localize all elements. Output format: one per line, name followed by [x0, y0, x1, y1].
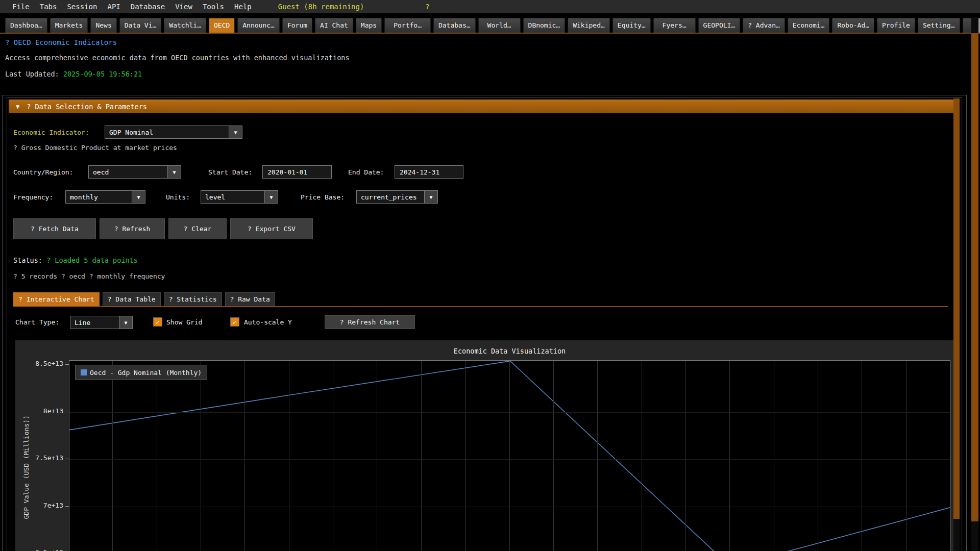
price-base-label: Price Base:	[301, 190, 345, 204]
chart-legend: Oecd - Gdp Nominal (Monthly)	[75, 365, 207, 380]
y-tick-label: 7.5e+13	[18, 454, 63, 462]
view-tab-raw-data[interactable]: ? Raw Data	[225, 292, 275, 306]
tab-robo-ad[interactable]: Robo-Ad…	[832, 18, 874, 33]
menu-item-file[interactable]: File	[7, 3, 35, 11]
last-updated: Last Updated: 2025-09-05 19:56:21	[5, 70, 142, 78]
tab-forum[interactable]: Forum	[282, 18, 312, 33]
menu-item-view[interactable]: View	[170, 3, 198, 11]
price-base-dropdown[interactable]: current_prices ▼	[356, 190, 438, 204]
tab-profile[interactable]: Profile	[877, 18, 915, 33]
page-subtitle: Access comprehensive economic data from …	[5, 54, 350, 62]
indicator-dropdown[interactable]: GDP Nominal ▼	[105, 126, 242, 139]
page-scrollbar-track[interactable]	[971, 17, 978, 551]
tab-maps[interactable]: Maps	[356, 18, 382, 33]
refresh-button[interactable]: ? Refresh	[100, 218, 165, 239]
chart-controls-row: Chart Type: Line ▼ ✓ Show Grid ✓ Auto-sc…	[13, 315, 473, 329]
chevron-down-icon[interactable]: ▼	[132, 191, 145, 203]
tab-ai-chat[interactable]: AI Chat	[315, 18, 353, 33]
gridline-horizontal	[69, 507, 950, 507]
y-tick-mark	[65, 506, 69, 507]
gridline-vertical	[157, 361, 157, 551]
gridline-vertical	[289, 361, 289, 551]
tab-databas[interactable]: Databas…	[433, 18, 476, 33]
menu-item-tools[interactable]: Tools	[198, 3, 229, 11]
tab-dashboa[interactable]: Dashboa…	[5, 18, 47, 33]
tab-equity[interactable]: Equity…	[612, 18, 651, 33]
tab-setting[interactable]: Setting…	[918, 18, 960, 33]
frequency-dropdown[interactable]: monthly ▼	[65, 190, 145, 204]
indicator-row: Economic Indicator: GDP Nominal ▼	[7, 126, 951, 139]
frequency-row: Frequency: monthly ▼ Units: level ▼ Pric…	[7, 190, 951, 204]
tab-advan[interactable]: ? Advan…	[743, 18, 785, 33]
gridline-vertical	[862, 361, 862, 551]
tab-news[interactable]: News	[90, 18, 116, 33]
chevron-down-icon[interactable]: ▼	[424, 191, 437, 203]
menu-help-icon[interactable]: ?	[425, 3, 429, 11]
tab-economi[interactable]: Economi…	[788, 18, 830, 33]
tab-oecd[interactable]: OECD	[209, 18, 235, 33]
chevron-down-icon[interactable]: ▼	[119, 316, 132, 329]
end-date-input[interactable]: 2024-12-31	[395, 165, 463, 179]
menu-item-help[interactable]: Help	[229, 3, 257, 11]
status-meta-line: ? 5 records ? oecd ? monthly frequency	[13, 272, 165, 280]
menu-bar: FileTabsSessionAPIDatabaseViewToolsHelp …	[0, 0, 980, 13]
export-csv-button[interactable]: ? Export CSV	[230, 218, 313, 239]
tab-fyers[interactable]: Fyers…	[653, 18, 696, 33]
frequency-label: Frequency:	[13, 190, 53, 204]
indicator-label: Economic Indicator:	[13, 126, 89, 139]
collapse-triangle-icon[interactable]: ▼	[16, 103, 19, 110]
tab-announc[interactable]: Announc…	[237, 18, 280, 33]
page-title: ? OECD Economic Indicators	[5, 38, 117, 46]
tab-world[interactable]: World…	[478, 18, 521, 33]
last-updated-label: Last Updated:	[5, 70, 63, 78]
units-dropdown[interactable]: level ▼	[201, 190, 278, 204]
guest-session-label: Guest (8h remaining)	[278, 3, 364, 11]
country-dropdown[interactable]: oecd ▼	[88, 165, 181, 179]
chart-type-label: Chart Type:	[15, 315, 59, 329]
chevron-down-icon[interactable]: ▼	[229, 126, 242, 138]
menu-item-database[interactable]: Database	[126, 3, 170, 11]
menu-item-tabs[interactable]: Tabs	[35, 3, 62, 11]
gridline-vertical	[642, 361, 642, 551]
chart-title: Economic Data Visualization	[69, 347, 950, 355]
autoscale-y-checkbox[interactable]: ✓	[230, 317, 239, 327]
gridline-vertical	[597, 361, 598, 551]
chevron-down-icon[interactable]: ▼	[167, 166, 181, 178]
panel-scrollbar-thumb[interactable]	[953, 98, 960, 519]
chevron-down-icon[interactable]: ▼	[264, 191, 278, 203]
y-tick-label: 8e+13	[18, 407, 63, 415]
tab-dbnomic[interactable]: DBnomic…	[523, 18, 566, 33]
menu-item-api[interactable]: API	[102, 3, 125, 11]
panel-scrollbar-track[interactable]	[953, 98, 960, 551]
tab-geopoli[interactable]: GEOPOLI…	[698, 18, 741, 33]
legend-series-name: Oecd - Gdp Nominal (Monthly)	[90, 369, 202, 377]
menu-items: FileTabsSessionAPIDatabaseViewToolsHelp	[7, 3, 257, 11]
view-tab-interactive-chart[interactable]: ? Interactive Chart	[13, 292, 100, 306]
line-series-svg	[69, 361, 950, 551]
tab-watchli[interactable]: Watchli…	[164, 18, 206, 33]
status-line: Status: ? Loaded 5 data points	[13, 256, 138, 264]
gridline-horizontal	[69, 412, 950, 413]
clear-button[interactable]: ? Clear	[168, 218, 227, 239]
gridline-vertical	[774, 361, 774, 551]
gridline-vertical	[509, 361, 510, 551]
oecd-panel-frame: ▼ ? Data Selection & Parameters Economic…	[7, 97, 962, 551]
units-dropdown-value: level	[201, 191, 264, 203]
tab-data-vi[interactable]: Data Vi…	[119, 18, 162, 33]
tab-markets[interactable]: Markets	[50, 18, 88, 33]
tab-wikiped[interactable]: Wikiped…	[568, 18, 610, 33]
fetch-data-button[interactable]: ? Fetch Data	[13, 218, 96, 239]
chart-type-dropdown[interactable]: Line ▼	[70, 316, 133, 329]
gridline-vertical	[244, 361, 245, 551]
menu-item-session[interactable]: Session	[62, 3, 102, 11]
page-scrollbar-thumb[interactable]	[971, 33, 978, 521]
view-tab-statistics[interactable]: ? Statistics	[164, 292, 222, 306]
refresh-chart-button[interactable]: ? Refresh Chart	[325, 315, 415, 329]
params-section-header[interactable]: ▼ ? Data Selection & Parameters	[9, 99, 954, 113]
end-date-label: End Date:	[348, 165, 384, 179]
start-date-input[interactable]: 2020-01-01	[262, 165, 332, 179]
show-grid-checkbox[interactable]: ✓	[153, 317, 162, 327]
autoscale-y-label: Auto-scale Y	[244, 315, 292, 329]
view-tab-data-table[interactable]: ? Data Table	[103, 292, 161, 306]
tab-portfo[interactable]: Portfo…	[384, 18, 431, 33]
